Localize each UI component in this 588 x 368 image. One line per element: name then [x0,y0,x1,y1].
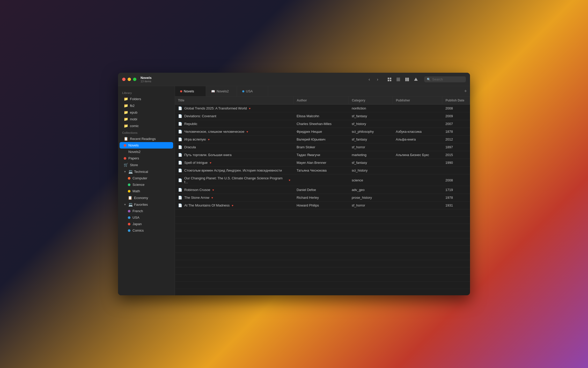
sidebar-item-epub[interactable]: 📁 epub [120,109,173,116]
empty-row [175,260,470,267]
title-text-8: Стокгольм времен Астрид Линдгрен. Истори… [184,168,282,172]
title-text-5: Dracula [184,145,196,149]
cell-category-5: sf_horror [349,143,393,151]
col-header-title[interactable]: Title [175,97,293,105]
file-icon-7: 📄 [178,161,182,165]
favorite-icon-7: ♥ [210,161,211,164]
table-body: 📄 Global Trends 2025: A Transformed Worl… [175,105,470,296]
column-view-button[interactable] [403,76,411,83]
search-bar[interactable]: 🔍 [424,76,466,82]
title-text-10: Robinson Crusoe [184,188,210,192]
maximize-button[interactable] [133,78,136,81]
grid-view-button[interactable] [385,76,394,83]
cell-category-6: marketing [349,151,393,159]
sidebar-item-mobi[interactable]: 📁 mobi [120,116,173,122]
usa-dot [128,216,130,219]
favorites-group-icon: 💻 [128,202,133,207]
books-table: Title Author Category Publisher Publish … [175,97,470,295]
sidebar-item-fb2[interactable]: 📁 fb2 [120,102,173,109]
tab-novels[interactable]: Novels [175,86,206,96]
favorite-icon-10: ♥ [212,188,214,192]
sidebar-item-novels[interactable]: Novels [120,142,173,149]
table-row[interactable]: 📄 Dracula Bram Stoker sf_horror 1897 [175,143,470,151]
content-area: Library 📁 Folders 📁 fb2 📁 epub 📁 mobi 📁 … [118,86,470,295]
svg-rect-5 [396,79,400,80]
cell-title-8: 📄 Стокгольм времен Астрид Линдгрен. Исто… [175,167,293,174]
cell-title-6: 📄 Путь торговли. Большая книга [175,151,293,159]
table-row[interactable]: 📄 Robinson Crusoe ♥ Daniel Defoe adv_geo… [175,186,470,194]
col-header-category[interactable]: Category [349,97,393,105]
economy-icon: 📋 [128,196,132,200]
cell-author-10: Daniel Defoe [293,186,349,194]
table-row[interactable]: 📄 Spell of Intrigue ♥ Mayer Alan Brenner… [175,159,470,167]
file-icon-10: 📄 [178,188,182,192]
file-icon-12: 📄 [178,203,182,207]
minimize-button[interactable] [128,78,131,81]
cell-publisher-9 [393,174,442,186]
sidebar-item-usa[interactable]: USA [120,214,173,221]
cell-publisher-8 [393,167,442,174]
sidebar-item-french[interactable]: French [120,208,173,214]
sidebar-item-store[interactable]: 🛒 Store [120,161,173,168]
sidebar-item-math[interactable]: Math [120,188,173,194]
file-icon-0: 📄 [178,106,182,110]
sidebar-fb2-label: fb2 [130,104,135,108]
forward-button[interactable]: › [374,76,381,83]
cell-date-6: 2015 [442,151,470,159]
sidebar-comics-label: Comics [133,229,144,232]
table-row[interactable]: 📄 Our Changing Planet: The U.S. Climate … [175,174,470,186]
technical-group-toggle[interactable]: ▼ 💻 Technical [120,168,173,175]
list-view-button[interactable] [394,76,402,83]
title-text-7: Spell of Intrigue [184,161,208,165]
back-button[interactable]: ‹ [366,76,373,83]
cell-category-12: sf_horror [349,202,393,209]
svg-marker-10 [414,78,418,81]
sidebar-novels-label: Novels [128,143,139,147]
col-header-publisher[interactable]: Publisher [393,97,442,105]
cell-publisher-4: Альфа-книга [393,136,442,143]
sidebar-item-recent[interactable]: 📋 Recent Readings [120,135,173,142]
tab-usa-label: USA [246,89,253,93]
close-button[interactable] [122,78,126,81]
titlebar: Novels 13 items ‹ › [118,73,470,86]
main-content: Novels 📖 Novels2 USA + Title [175,86,470,295]
add-tab-button[interactable]: + [461,86,470,96]
table-row[interactable]: 📄 Стокгольм времен Астрид Линдгрен. Исто… [175,167,470,174]
store-icon: 🛒 [124,163,128,167]
tab-novels2[interactable]: 📖 Novels2 [206,86,237,96]
sidebar-item-economy[interactable]: 📋 Economy [120,194,173,201]
col-header-publish-date[interactable]: Publish Date [442,97,470,105]
favorites-group-toggle[interactable]: ▼ 💻 Favorites [120,201,173,208]
table-row[interactable]: 📄 Republic Charles Sheehan-Miles sf_hist… [175,120,470,128]
cell-publisher-2 [393,120,442,128]
favorite-icon-11: ♥ [211,196,213,199]
table-row[interactable]: 📄 Deviations: Covenant Elissa Malcohn sf… [175,112,470,120]
search-input[interactable] [432,77,463,81]
cell-title-9: 📄 Our Changing Planet: The U.S. Climate … [175,174,293,186]
cell-category-3: sci_philosophy [349,128,393,136]
sidebar-item-science[interactable]: Science [120,181,173,188]
cell-category-7: sf_fantasy [349,159,393,167]
sidebar-item-japan[interactable]: Japan [120,221,173,227]
sidebar-economy-label: Economy [134,196,148,200]
cell-category-1: sf_fantasy [349,112,393,120]
sidebar-item-comic[interactable]: 📁 comic [120,122,173,129]
file-icon-3: 📄 [178,130,182,134]
table-row[interactable]: 📄 Человеческое, слишком человеческое ♥ Ф… [175,128,470,136]
sidebar-item-comics[interactable]: Comics [120,227,173,234]
table-row[interactable]: 📄 Путь торговли. Большая книга Тадао Яма… [175,151,470,159]
cell-publisher-1 [393,112,442,120]
tab-usa[interactable]: USA [237,86,268,96]
cell-category-4: sf_fantasy [349,136,393,143]
sidebar-item-papers[interactable]: Papers [120,155,173,161]
table-row[interactable]: 📄 At The Mountains Of Madness ♥ Howard P… [175,202,470,209]
table-row[interactable]: 📄 Игра вслепую ♥ Валерий Юрьевич sf_fant… [175,136,470,143]
cover-view-button[interactable] [412,76,420,83]
table-row[interactable]: 📄 The Stone Arrow ♥ Richard Herley prose… [175,194,470,202]
col-header-author[interactable]: Author [293,97,349,105]
sidebar-item-novels2[interactable]: Novels2 [120,149,173,155]
cell-date-3: 1878 [442,128,470,136]
sidebar-item-computer[interactable]: Computer [120,175,173,181]
table-row[interactable]: 📄 Global Trends 2025: A Transformed Worl… [175,105,470,112]
sidebar-item-folders[interactable]: 📁 Folders [120,95,173,102]
